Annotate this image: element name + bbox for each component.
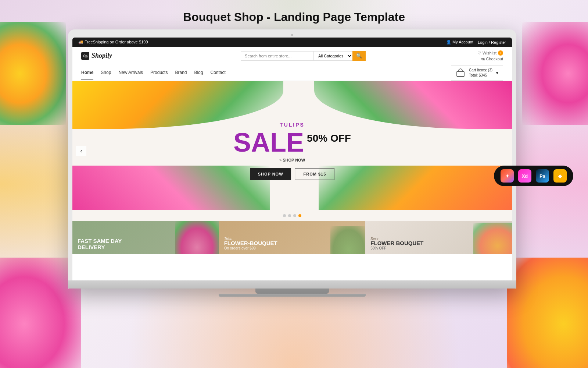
nav-brand[interactable]: Brand <box>175 66 187 79</box>
dot-1[interactable] <box>283 214 286 217</box>
page-title: Bouquet Shop - Landing Page Template <box>183 10 405 24</box>
card-3-text: Rose FLOWER BOUQUET 50% OFF <box>370 236 423 251</box>
figma-icon: ✦ <box>505 173 509 179</box>
camera-dot <box>291 34 293 36</box>
main-nav: Home Shop New Arrivals Products Brand Bl… <box>72 65 512 81</box>
feature-cards: Fast Same dayDelivery Tulip FLOWER-BOUQU… <box>72 221 512 254</box>
site-header: 🛍 Shopily All Categories 🔍 ♡ Wishlist 0 <box>72 47 512 65</box>
nav-blog[interactable]: Blog <box>194 66 203 79</box>
card-1-title: Fast Same dayDelivery <box>78 238 122 250</box>
laptop-mockup: 🚚 FreeShipping on Order above $199 👤 My … <box>68 29 516 297</box>
nav-shop[interactable]: Shop <box>101 66 111 79</box>
figma-badge: ✦ <box>501 169 514 183</box>
sketch-icon: ◆ <box>558 173 562 179</box>
logo-icon: 🛍 <box>81 52 89 60</box>
cart-chevron-icon: ▾ <box>496 71 498 75</box>
from-price-button[interactable]: FROM $15 <box>295 168 335 180</box>
search-button[interactable]: 🔍 <box>352 51 366 61</box>
tool-badges: ✦ Xd Ps ◆ <box>494 166 573 186</box>
nav-contact[interactable]: Contact <box>210 66 225 79</box>
hero-sale-text: SALE <box>233 129 304 156</box>
cart-items: Cart Items: (3) <box>469 68 492 73</box>
hero-banner: ‹ TULIPS SALE 50% OFF » SHOP NOW SHOP NO… <box>72 81 512 221</box>
cart-widget[interactable]: Cart Items: (3) Total: $345 ▾ <box>451 65 503 81</box>
search-input[interactable] <box>241 51 313 61</box>
shop-now-button[interactable]: SHOP NOW <box>250 168 291 180</box>
cart-icon <box>456 68 465 78</box>
xd-label: Xd <box>522 173 528 179</box>
card-2-text: Tulip FLOWER-BOUQUET On orders over $99 <box>224 236 277 251</box>
heart-icon: ♡ <box>477 51 481 56</box>
checkout-line[interactable]: 🛍 Checkout <box>481 57 503 61</box>
wishlist-count: 0 <box>498 50 503 56</box>
announcement-right: 👤 My Account Login / Register <box>446 40 506 45</box>
laptop-base <box>68 280 516 289</box>
sketch-badge: ◆ <box>553 169 567 183</box>
hero-shop-link[interactable]: » SHOP NOW <box>233 158 351 162</box>
prev-arrow-button[interactable]: ‹ <box>76 146 86 156</box>
auth-text[interactable]: Login / Register <box>478 40 506 45</box>
card-3-desc: 50% OFF <box>370 246 423 250</box>
dot-2[interactable] <box>288 214 291 217</box>
header-right: ♡ Wishlist 0 🛍 Checkout <box>477 50 503 61</box>
card-2-desc: On orders over $99 <box>224 246 277 250</box>
hero-sale-detail: 50% OFF <box>307 129 351 145</box>
dot-4[interactable] <box>298 214 301 217</box>
xd-badge: Xd <box>518 169 531 183</box>
ps-badge: Ps <box>536 169 549 183</box>
shipping-text: 🚚 FreeShipping on Order above $199 <box>78 40 148 45</box>
nav-links: Home Shop New Arrivals Products Brand Bl… <box>81 66 226 79</box>
cart-total: Total: $345 <box>469 73 492 78</box>
nav-products[interactable]: Products <box>150 66 168 79</box>
page-flower-tr <box>522 22 588 125</box>
announcement-left: 🚚 FreeShipping on Order above $199 <box>78 40 148 45</box>
logo-text[interactable]: Shopily <box>92 52 112 60</box>
hero-buttons: SHOP NOW FROM $15 <box>233 168 351 180</box>
card-2-title: FLOWER-BOUQUET <box>224 240 277 247</box>
announcement-bar: 🚚 FreeShipping on Order above $199 👤 My … <box>72 38 512 47</box>
search-category-select[interactable]: All Categories <box>313 51 352 61</box>
svg-rect-0 <box>457 71 464 77</box>
feature-card-3[interactable]: Rose FLOWER BOUQUET 50% OFF <box>365 221 512 254</box>
page-flower-br <box>507 258 588 368</box>
laptop-stand <box>255 289 329 294</box>
hero-sale-row: SALE 50% OFF <box>233 129 351 156</box>
nav-home[interactable]: Home <box>81 66 93 79</box>
dot-3[interactable] <box>293 214 296 217</box>
page-flower-tl <box>0 22 66 125</box>
hero-content: TULIPS SALE 50% OFF » SHOP NOW SHOP NOW … <box>233 122 351 180</box>
cart-info: Cart Items: (3) Total: $345 <box>469 68 492 78</box>
card-3-title: FLOWER BOUQUET <box>370 240 423 247</box>
card-1-text: Fast Same dayDelivery <box>78 238 122 250</box>
wishlist-line[interactable]: ♡ Wishlist 0 <box>477 50 503 56</box>
checkout-label: Checkout <box>486 57 503 61</box>
slider-dots <box>283 214 301 217</box>
laptop-foot <box>219 294 366 297</box>
feature-card-2[interactable]: Tulip FLOWER-BOUQUET On orders over $99 <box>219 221 366 254</box>
wishlist-label: Wishlist <box>483 51 496 55</box>
ps-label: Ps <box>539 173 545 179</box>
account-text[interactable]: 👤 My Account <box>446 40 473 45</box>
card-2-subtitle: Tulip <box>224 236 277 240</box>
nav-new-arrivals[interactable]: New Arrivals <box>118 66 143 79</box>
search-area: All Categories 🔍 <box>241 51 366 61</box>
feature-card-1[interactable]: Fast Same dayDelivery <box>72 221 219 254</box>
laptop-body: 🚚 FreeShipping on Order above $199 👤 My … <box>68 29 516 289</box>
card-3-subtitle: Rose <box>370 236 423 240</box>
logo-area: 🛍 Shopily <box>81 52 129 60</box>
laptop-screen: 🚚 FreeShipping on Order above $199 👤 My … <box>72 38 512 280</box>
hero-tag: TULIPS <box>233 122 351 128</box>
bag-icon: 🛍 <box>481 57 485 61</box>
